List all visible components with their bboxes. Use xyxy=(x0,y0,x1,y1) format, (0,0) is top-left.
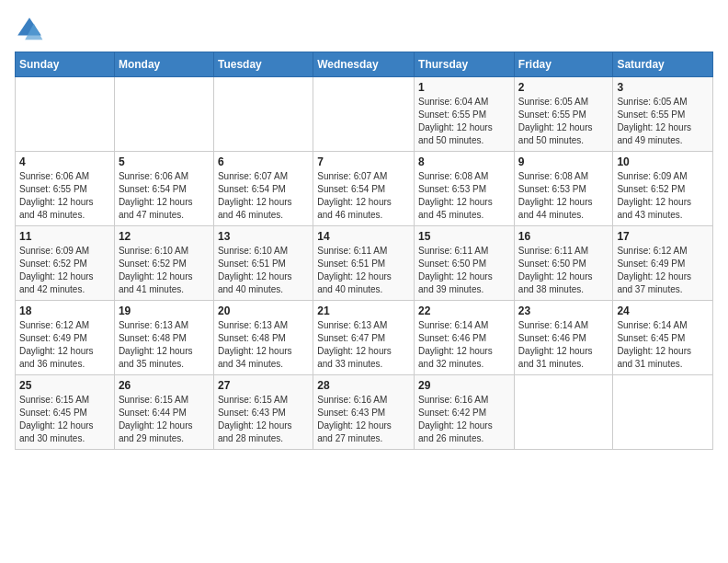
day-info: Sunrise: 6:06 AM Sunset: 6:54 PM Dayligh… xyxy=(119,170,210,222)
calendar-cell: 9Sunrise: 6:08 AM Sunset: 6:53 PM Daylig… xyxy=(514,152,613,226)
calendar-cell: 10Sunrise: 6:09 AM Sunset: 6:52 PM Dayli… xyxy=(613,152,713,226)
calendar-cell: 29Sunrise: 6:16 AM Sunset: 6:42 PM Dayli… xyxy=(415,375,515,450)
calendar-cell: 26Sunrise: 6:15 AM Sunset: 6:44 PM Dayli… xyxy=(114,375,213,450)
day-info: Sunrise: 6:13 AM Sunset: 6:47 PM Dayligh… xyxy=(317,319,410,371)
day-info: Sunrise: 6:11 AM Sunset: 6:50 PM Dayligh… xyxy=(418,245,510,296)
calendar-table: Sunday Monday Tuesday Wednesday Thursday… xyxy=(15,52,713,450)
calendar-cell: 6Sunrise: 6:07 AM Sunset: 6:54 PM Daylig… xyxy=(213,152,313,226)
day-number: 28 xyxy=(317,379,410,392)
day-number: 11 xyxy=(19,230,110,243)
calendar-cell xyxy=(114,77,213,152)
day-number: 16 xyxy=(518,230,609,243)
day-info: Sunrise: 6:15 AM Sunset: 6:45 PM Dayligh… xyxy=(19,394,110,445)
calendar-cell: 11Sunrise: 6:09 AM Sunset: 6:52 PM Dayli… xyxy=(16,226,115,301)
logo xyxy=(15,15,48,44)
day-info: Sunrise: 6:07 AM Sunset: 6:54 PM Dayligh… xyxy=(218,170,309,222)
day-info: Sunrise: 6:13 AM Sunset: 6:48 PM Dayligh… xyxy=(119,319,210,371)
calendar-week-3: 18Sunrise: 6:12 AM Sunset: 6:49 PM Dayli… xyxy=(16,301,713,375)
calendar-cell: 17Sunrise: 6:12 AM Sunset: 6:49 PM Dayli… xyxy=(613,226,713,301)
logo-icon xyxy=(15,15,44,44)
day-number: 10 xyxy=(617,155,709,168)
day-info: Sunrise: 6:12 AM Sunset: 6:49 PM Dayligh… xyxy=(19,319,110,371)
day-number: 21 xyxy=(317,304,410,317)
calendar-week-1: 4Sunrise: 6:06 AM Sunset: 6:55 PM Daylig… xyxy=(16,152,713,226)
day-info: Sunrise: 6:10 AM Sunset: 6:52 PM Dayligh… xyxy=(119,245,210,296)
day-info: Sunrise: 6:14 AM Sunset: 6:46 PM Dayligh… xyxy=(518,319,609,371)
calendar-cell: 1Sunrise: 6:04 AM Sunset: 6:55 PM Daylig… xyxy=(415,77,515,152)
calendar-cell: 24Sunrise: 6:14 AM Sunset: 6:45 PM Dayli… xyxy=(613,301,713,375)
day-info: Sunrise: 6:15 AM Sunset: 6:43 PM Dayligh… xyxy=(218,394,309,445)
day-number: 5 xyxy=(119,155,210,168)
day-info: Sunrise: 6:16 AM Sunset: 6:43 PM Dayligh… xyxy=(317,394,410,445)
day-number: 14 xyxy=(317,230,410,243)
day-info: Sunrise: 6:16 AM Sunset: 6:42 PM Dayligh… xyxy=(418,394,510,445)
calendar-cell xyxy=(16,77,115,152)
day-info: Sunrise: 6:11 AM Sunset: 6:50 PM Dayligh… xyxy=(518,245,609,296)
calendar-week-4: 25Sunrise: 6:15 AM Sunset: 6:45 PM Dayli… xyxy=(16,375,713,450)
day-info: Sunrise: 6:06 AM Sunset: 6:55 PM Dayligh… xyxy=(19,170,110,222)
day-number: 18 xyxy=(19,304,110,317)
calendar-week-2: 11Sunrise: 6:09 AM Sunset: 6:52 PM Dayli… xyxy=(16,226,713,301)
calendar-header: Sunday Monday Tuesday Wednesday Thursday… xyxy=(16,52,713,77)
calendar-cell: 28Sunrise: 6:16 AM Sunset: 6:43 PM Dayli… xyxy=(313,375,415,450)
day-info: Sunrise: 6:05 AM Sunset: 6:55 PM Dayligh… xyxy=(617,96,709,147)
calendar-cell: 5Sunrise: 6:06 AM Sunset: 6:54 PM Daylig… xyxy=(114,152,213,226)
col-monday: Monday xyxy=(114,52,213,77)
day-info: Sunrise: 6:13 AM Sunset: 6:48 PM Dayligh… xyxy=(218,319,309,371)
day-info: Sunrise: 6:07 AM Sunset: 6:54 PM Dayligh… xyxy=(317,170,410,222)
day-info: Sunrise: 6:12 AM Sunset: 6:49 PM Dayligh… xyxy=(617,245,709,296)
calendar-cell: 7Sunrise: 6:07 AM Sunset: 6:54 PM Daylig… xyxy=(313,152,415,226)
calendar-cell xyxy=(613,375,713,450)
calendar-week-0: 1Sunrise: 6:04 AM Sunset: 6:55 PM Daylig… xyxy=(16,77,713,152)
day-number: 15 xyxy=(418,230,510,243)
day-number: 4 xyxy=(19,155,110,168)
day-number: 7 xyxy=(317,155,410,168)
page-header xyxy=(15,15,713,44)
col-wednesday: Wednesday xyxy=(313,52,415,77)
day-number: 25 xyxy=(19,379,110,392)
day-info: Sunrise: 6:05 AM Sunset: 6:55 PM Dayligh… xyxy=(518,96,609,147)
calendar-cell: 20Sunrise: 6:13 AM Sunset: 6:48 PM Dayli… xyxy=(213,301,313,375)
day-number: 13 xyxy=(218,230,309,243)
day-number: 17 xyxy=(617,230,709,243)
day-info: Sunrise: 6:09 AM Sunset: 6:52 PM Dayligh… xyxy=(617,170,709,222)
calendar-cell: 23Sunrise: 6:14 AM Sunset: 6:46 PM Dayli… xyxy=(514,301,613,375)
day-info: Sunrise: 6:08 AM Sunset: 6:53 PM Dayligh… xyxy=(418,170,510,222)
day-number: 2 xyxy=(518,81,609,94)
calendar-cell xyxy=(313,77,415,152)
day-number: 27 xyxy=(218,379,309,392)
day-info: Sunrise: 6:10 AM Sunset: 6:51 PM Dayligh… xyxy=(218,245,309,296)
calendar-cell: 13Sunrise: 6:10 AM Sunset: 6:51 PM Dayli… xyxy=(213,226,313,301)
day-number: 12 xyxy=(119,230,210,243)
day-info: Sunrise: 6:04 AM Sunset: 6:55 PM Dayligh… xyxy=(418,96,510,147)
day-number: 29 xyxy=(418,379,510,392)
day-number: 19 xyxy=(119,304,210,317)
calendar-cell: 16Sunrise: 6:11 AM Sunset: 6:50 PM Dayli… xyxy=(514,226,613,301)
day-number: 9 xyxy=(518,155,609,168)
day-number: 6 xyxy=(218,155,309,168)
calendar-cell: 2Sunrise: 6:05 AM Sunset: 6:55 PM Daylig… xyxy=(514,77,613,152)
col-thursday: Thursday xyxy=(415,52,515,77)
col-saturday: Saturday xyxy=(613,52,713,77)
day-info: Sunrise: 6:14 AM Sunset: 6:46 PM Dayligh… xyxy=(418,319,510,371)
day-number: 26 xyxy=(119,379,210,392)
calendar-cell: 27Sunrise: 6:15 AM Sunset: 6:43 PM Dayli… xyxy=(213,375,313,450)
col-friday: Friday xyxy=(514,52,613,77)
day-number: 22 xyxy=(418,304,510,317)
day-number: 24 xyxy=(617,304,709,317)
calendar-cell: 19Sunrise: 6:13 AM Sunset: 6:48 PM Dayli… xyxy=(114,301,213,375)
col-tuesday: Tuesday xyxy=(213,52,313,77)
calendar-cell xyxy=(514,375,613,450)
day-number: 8 xyxy=(418,155,510,168)
calendar-cell: 21Sunrise: 6:13 AM Sunset: 6:47 PM Dayli… xyxy=(313,301,415,375)
col-sunday: Sunday xyxy=(16,52,115,77)
day-number: 20 xyxy=(218,304,309,317)
day-number: 23 xyxy=(518,304,609,317)
calendar-cell: 8Sunrise: 6:08 AM Sunset: 6:53 PM Daylig… xyxy=(415,152,515,226)
day-number: 1 xyxy=(418,81,510,94)
calendar-cell: 18Sunrise: 6:12 AM Sunset: 6:49 PM Dayli… xyxy=(16,301,115,375)
day-info: Sunrise: 6:14 AM Sunset: 6:45 PM Dayligh… xyxy=(617,319,709,371)
calendar-cell: 15Sunrise: 6:11 AM Sunset: 6:50 PM Dayli… xyxy=(415,226,515,301)
calendar-cell: 14Sunrise: 6:11 AM Sunset: 6:51 PM Dayli… xyxy=(313,226,415,301)
calendar-cell: 4Sunrise: 6:06 AM Sunset: 6:55 PM Daylig… xyxy=(16,152,115,226)
